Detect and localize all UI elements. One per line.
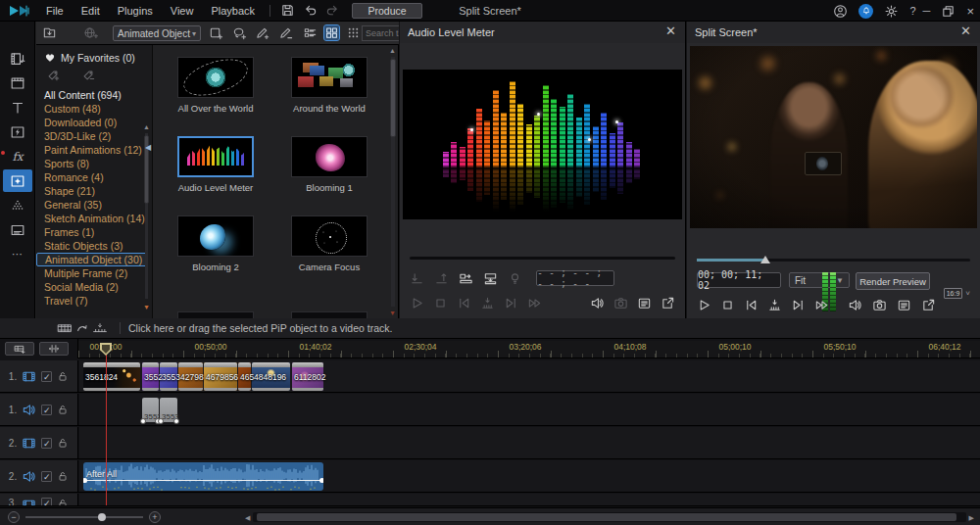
title-room-button[interactable] <box>3 96 32 119</box>
clip-trim-handle-top[interactable] <box>252 362 290 367</box>
track-content[interactable]: 3561824355235534279846798564654848196611… <box>79 360 980 392</box>
clip-trim-handle-top[interactable] <box>160 362 177 367</box>
fast-forward-button[interactable] <box>527 296 542 310</box>
category-item[interactable]: Sketch Animation (14) <box>36 212 146 225</box>
scroll-left-icon[interactable]: ◀ <box>245 514 250 521</box>
more-rooms-button[interactable]: ⋯ <box>3 243 32 265</box>
video-clip[interactable]: 465 <box>238 362 251 391</box>
video-clip[interactable]: 4679856 <box>204 362 237 391</box>
undock-window-icon[interactable] <box>921 298 936 312</box>
library-item[interactable]: All Over the World <box>177 57 254 114</box>
video-clip[interactable]: 3552 <box>142 362 159 391</box>
library-item[interactable]: Around the World <box>291 57 368 114</box>
next-frame-button[interactable] <box>504 296 518 310</box>
download-from-web-icon[interactable] <box>83 25 98 40</box>
scroll-down-icon[interactable]: ▼ <box>143 304 150 310</box>
lock-icon[interactable] <box>57 404 69 415</box>
scroll-up-icon[interactable]: ▲ <box>389 47 396 54</box>
library-scrollbar[interactable]: ▲ ▼ <box>389 47 397 316</box>
intro-room-button[interactable] <box>3 72 32 94</box>
transition-room-button[interactable] <box>3 120 32 143</box>
clip-trim-handle-top[interactable] <box>178 362 203 367</box>
scroll-down-icon[interactable]: ▼ <box>389 310 396 316</box>
clip-trim-handle-top[interactable] <box>83 362 140 367</box>
library-item[interactable]: Camera Focus <box>291 215 368 272</box>
clip-trim-handle-bottom[interactable] <box>142 388 159 391</box>
add-tag-icon[interactable] <box>46 69 60 82</box>
favorites-header[interactable]: My Favorites (0) <box>44 52 135 64</box>
scroll-right-icon[interactable]: ▶ <box>969 514 974 521</box>
linked-audio-clip[interactable]: 3553 <box>160 398 177 422</box>
track-enable-checkbox[interactable]: ✓ <box>41 498 52 506</box>
category-item[interactable]: Romance (4) <box>36 170 146 184</box>
thumbnail-size-icon[interactable] <box>346 25 361 40</box>
video-clip[interactable]: 3561824 <box>83 362 140 391</box>
subtitle-room-button[interactable] <box>3 218 32 241</box>
current-timecode[interactable]: 00; 00; 11; 02 <box>697 272 781 288</box>
mark-in-icon[interactable] <box>410 271 424 286</box>
linked-audio-clip[interactable]: 3552 <box>142 398 159 422</box>
snapshot-icon[interactable] <box>613 296 628 310</box>
clip-trim-handle-top[interactable] <box>142 362 159 367</box>
lock-icon[interactable] <box>57 370 69 382</box>
category-item[interactable]: Sports (8) <box>36 157 146 170</box>
list-view-icon[interactable] <box>303 25 318 40</box>
undock-window-icon[interactable] <box>661 296 675 310</box>
preview-quality-icon[interactable] <box>897 298 911 312</box>
previous-frame-button[interactable] <box>457 296 471 310</box>
clip-trim-handle-bottom[interactable] <box>160 388 177 391</box>
library-item[interactable]: Audio Level Meter <box>177 136 254 193</box>
category-item[interactable]: Travel (7) <box>36 294 146 308</box>
track-content[interactable]: 35523553 <box>79 394 980 425</box>
clip-trim-handle-bottom[interactable] <box>292 388 323 391</box>
replace-clip-icon[interactable] <box>483 271 498 286</box>
audio-seek-bar[interactable] <box>410 257 675 260</box>
import-media-icon[interactable] <box>42 25 57 40</box>
clip-timecode[interactable]: - - ; - - ; - - ; - - <box>536 270 614 286</box>
clip-trim-handle-bottom[interactable] <box>252 388 290 391</box>
track-content[interactable]: After All <box>79 460 980 492</box>
media-room-button[interactable] <box>3 47 32 70</box>
video-clip[interactable]: 42798 <box>178 362 203 391</box>
range-select-button[interactable] <box>39 342 69 356</box>
clip-trim-handle-top[interactable] <box>238 362 251 367</box>
stop-button[interactable] <box>720 298 735 312</box>
search-input[interactable] <box>362 25 399 41</box>
volume-icon[interactable] <box>848 298 862 312</box>
video-clip[interactable]: 6112802 <box>292 362 323 391</box>
category-item[interactable]: General (35) <box>36 198 146 212</box>
category-item[interactable]: 3D/3D-Like (2) <box>36 129 146 143</box>
partial-thumbnail[interactable] <box>291 311 368 318</box>
help-icon[interactable]: ? <box>909 6 915 17</box>
timeline-ruler[interactable]: 00;00;0000;50;0001;40;0202;30;0403;20;06… <box>78 341 980 358</box>
clip-trim-handle-bottom[interactable] <box>204 388 237 391</box>
step-marker-button[interactable] <box>480 296 495 310</box>
track-enable-checkbox[interactable]: ✓ <box>41 405 52 415</box>
category-item[interactable]: Custom (48) <box>36 102 146 116</box>
lock-icon[interactable] <box>57 498 69 506</box>
close-icon[interactable]: × <box>966 5 974 18</box>
menu-plugins[interactable]: Plugins <box>109 5 162 17</box>
preview-seek-slider[interactable] <box>697 255 970 264</box>
step-marker-button[interactable] <box>767 298 782 312</box>
zoom-fit-dropdown[interactable]: Fit ▼ <box>789 272 850 288</box>
account-icon[interactable] <box>833 4 848 19</box>
render-preview-button[interactable]: Render Preview <box>856 272 930 290</box>
video-clip[interactable]: 3553 <box>160 362 177 391</box>
zoom-slider-thumb[interactable] <box>98 513 106 521</box>
grid-view-icon[interactable] <box>324 25 339 40</box>
timeline-h-scrollbar[interactable]: ◀ ▶ <box>245 511 974 523</box>
play-button[interactable] <box>410 296 424 310</box>
library-item[interactable]: Blooming 1 <box>291 136 368 193</box>
save-icon[interactable] <box>280 3 295 18</box>
lock-icon[interactable] <box>57 437 69 449</box>
pip-objects-room-button[interactable] <box>3 169 32 192</box>
library-item[interactable]: Blooming 2 <box>177 215 254 272</box>
previous-frame-button[interactable] <box>744 298 759 312</box>
stop-button[interactable] <box>433 296 448 310</box>
mark-out-icon[interactable] <box>434 271 449 286</box>
category-filter-dropdown[interactable]: Animated Object ▾ <box>113 25 201 41</box>
restore-icon[interactable] <box>941 4 956 19</box>
scroll-up-icon[interactable]: ▲ <box>143 123 150 130</box>
category-item[interactable]: Downloaded (0) <box>36 116 146 129</box>
